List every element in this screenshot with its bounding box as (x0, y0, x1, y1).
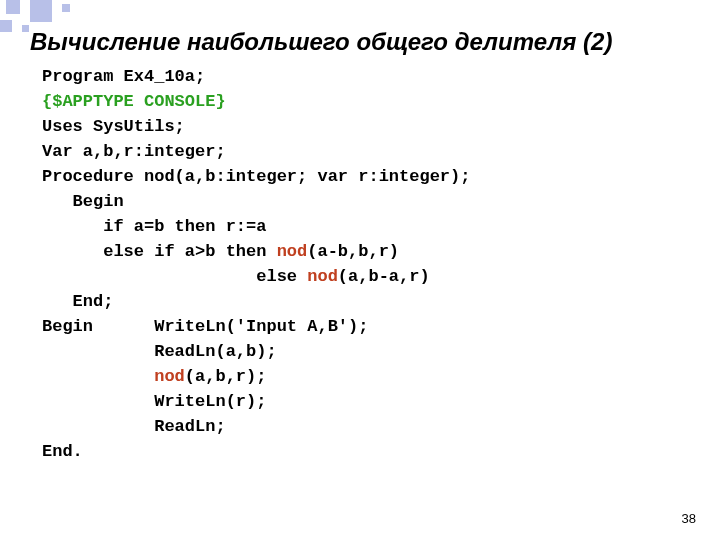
code-line: ReadLn(a,b); (42, 342, 277, 361)
code-line: Program Ex4_10a; (42, 67, 205, 86)
code-line (42, 367, 154, 386)
code-line: End; (42, 292, 113, 311)
code-line: Begin (42, 192, 124, 211)
code-line: else (42, 267, 307, 286)
code-line: Begin WriteLn('Input A,B'); (42, 317, 368, 336)
code-line-comment: {$APPTYPE CONSOLE} (42, 92, 226, 111)
code-line: Procedure nod(a,b:integer; var r:integer… (42, 167, 470, 186)
code-line: if a=b then r:=a (42, 217, 266, 236)
code-line: (a,b,r); (185, 367, 267, 386)
code-block: Program Ex4_10a; {$APPTYPE CONSOLE} Uses… (42, 64, 470, 464)
code-line: WriteLn(r); (42, 392, 266, 411)
code-line: (a,b-a,r) (338, 267, 430, 286)
slide-title: Вычисление наибольшего общего делителя (… (30, 28, 700, 56)
slide-number: 38 (682, 511, 696, 526)
code-line: else if a>b then (42, 242, 277, 261)
call-nod: nod (307, 267, 338, 286)
code-line: ReadLn; (42, 417, 226, 436)
code-line: Var a,b,r:integer; (42, 142, 226, 161)
call-nod: nod (154, 367, 185, 386)
code-line: Uses SysUtils; (42, 117, 185, 136)
code-line: (a-b,b,r) (307, 242, 399, 261)
code-line: End. (42, 442, 83, 461)
call-nod: nod (277, 242, 308, 261)
